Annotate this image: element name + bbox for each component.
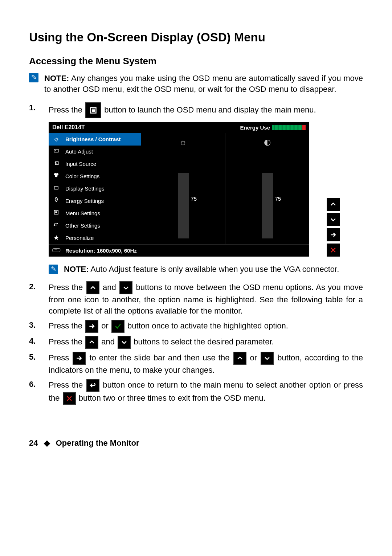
svg-point-9	[55, 175, 57, 177]
contrast-column: ◐ 75	[225, 133, 309, 244]
auto-adjust-icon	[52, 147, 60, 156]
brightness-column: ☼ 75	[141, 133, 225, 244]
note-block-2: ✎ NOTE: Auto Adjust feature is only avai…	[49, 264, 363, 275]
note-icon: ✎	[49, 265, 58, 274]
up-arrow-icon	[85, 336, 98, 349]
osd-menu: ☼Brightness / Contrast Auto Adjust Input…	[49, 133, 141, 244]
osd-item-auto-adjust[interactable]: Auto Adjust	[49, 146, 141, 158]
step-number: 1.	[29, 102, 49, 278]
menu-button-icon	[85, 102, 101, 118]
back-icon	[86, 379, 99, 392]
page-title: Using the On-Screen Display (OSD) Menu	[29, 29, 363, 46]
step-number: 4.	[29, 336, 49, 349]
step-4: Press the and buttons to select the desi…	[49, 336, 363, 349]
down-button[interactable]	[327, 213, 340, 226]
brightness-icon: ☼	[52, 135, 60, 144]
svg-rect-4	[54, 149, 58, 152]
close-icon	[63, 392, 76, 405]
osd-side-buttons	[327, 122, 340, 256]
step-number: 2.	[29, 281, 49, 317]
brightness-head-icon: ☼	[179, 137, 187, 151]
right-arrow-icon	[85, 320, 98, 333]
note-block-1: ✎ NOTE: Any changes you make using the O…	[29, 73, 363, 95]
step-number: 3.	[29, 320, 49, 333]
step-number: 6.	[29, 379, 49, 405]
svg-rect-10	[54, 187, 58, 189]
osd-item-other[interactable]: Other Settings	[49, 220, 141, 232]
osd-screenshot: Dell E2014T Energy Use ☼Brightness / Con…	[49, 122, 309, 256]
section-heading: Accessing the Menu System	[29, 54, 363, 68]
display-icon	[52, 184, 60, 193]
up-button[interactable]	[327, 198, 340, 211]
down-arrow-icon	[119, 281, 132, 294]
close-button[interactable]	[327, 244, 340, 257]
osd-item-menu-settings[interactable]: Menu Settings	[49, 207, 141, 220]
step-1: Press the button to launch the OSD menu …	[49, 102, 363, 278]
step-5: Press to enter the slide bar and then us…	[49, 352, 363, 376]
osd-title: Dell E2014T	[52, 123, 85, 131]
svg-rect-14	[53, 248, 60, 252]
up-arrow-icon	[233, 352, 246, 365]
step-2: Press the and buttons to move between th…	[49, 281, 363, 317]
energy-label: Energy Use	[240, 124, 270, 131]
down-arrow-icon	[118, 336, 131, 349]
step-3: Press the or button once to activate the…	[49, 320, 363, 333]
contrast-head-icon: ◐	[264, 137, 271, 151]
input-source-icon	[52, 159, 60, 168]
color-icon	[52, 172, 60, 181]
osd-item-energy[interactable]: Energy Settings	[49, 195, 141, 207]
check-icon	[111, 320, 124, 333]
resolution-icon	[52, 247, 62, 254]
page-footer: 24 ◆ Operating the Monitor	[29, 438, 363, 449]
osd-item-color[interactable]: Color Settings	[49, 170, 141, 183]
step-number: 5.	[29, 352, 49, 376]
svg-point-5	[56, 151, 56, 151]
menu-settings-icon	[52, 209, 60, 218]
osd-item-input-source[interactable]: Input Source	[49, 158, 141, 170]
osd-item-brightness[interactable]: ☼Brightness / Contrast	[49, 133, 141, 146]
energy-icon	[52, 196, 60, 205]
energy-meter	[272, 125, 306, 130]
right-button[interactable]	[327, 228, 340, 241]
star-icon: ★	[52, 233, 60, 242]
osd-item-personalize[interactable]: ★Personalize	[49, 232, 141, 244]
other-icon	[52, 221, 60, 230]
note-icon: ✎	[29, 73, 38, 82]
osd-item-display[interactable]: Display Settings	[49, 183, 141, 195]
right-arrow-icon	[73, 352, 86, 365]
up-arrow-icon	[86, 281, 99, 294]
brightness-value: 75	[191, 195, 197, 203]
step-6: Press the button once to return to the m…	[49, 379, 363, 405]
contrast-value: 75	[275, 195, 281, 203]
osd-footer: Resolution: 1600x900, 60Hz	[49, 244, 309, 257]
down-arrow-icon	[261, 352, 274, 365]
